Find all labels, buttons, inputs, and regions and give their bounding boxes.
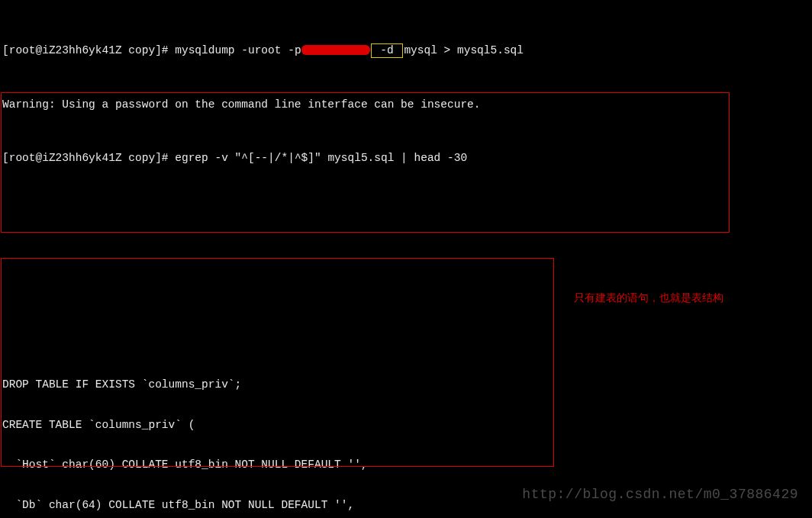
cmd1-part-c: mysql > mysql5.sql <box>404 44 524 56</box>
shell-prompt: [root@iZ23hh6yk41Z copy]# <box>2 152 175 164</box>
annotation-text: 只有建表的语句，也就是表结构 <box>574 291 723 305</box>
cmd2-text: egrep -v "^[--|/*|^$]" mysql5.sql | head… <box>175 152 467 164</box>
watermark-text: http://blog.csdn.net/m0_37886429 <box>522 488 798 502</box>
cmd-line-2: [root@iZ23hh6yk41Z copy]# egrep -v "^[--… <box>2 152 810 166</box>
highlight-d-flag: -d <box>371 43 404 59</box>
blank-line <box>2 325 810 339</box>
blank-line <box>2 245 810 259</box>
output-line: DROP TABLE IF EXISTS `columns_priv`; <box>2 378 810 392</box>
output-line: CREATE TABLE `columns_priv` ( <box>2 419 810 433</box>
blank-line <box>2 205 810 219</box>
cmd1-part-a: mysqldump -uroot -p <box>175 44 301 56</box>
warning-line: Warning: Using a password on the command… <box>2 98 810 112</box>
redacted-password <box>301 45 370 55</box>
shell-prompt: [root@iZ23hh6yk41Z copy]# <box>2 44 175 56</box>
cmd-line-1: [root@iZ23hh6yk41Z copy]# mysqldump -uro… <box>2 43 810 59</box>
terminal[interactable]: [root@iZ23hh6yk41Z copy]# mysqldump -uro… <box>0 0 812 518</box>
output-line: `Host` char(60) COLLATE utf8_bin NOT NUL… <box>2 458 810 472</box>
